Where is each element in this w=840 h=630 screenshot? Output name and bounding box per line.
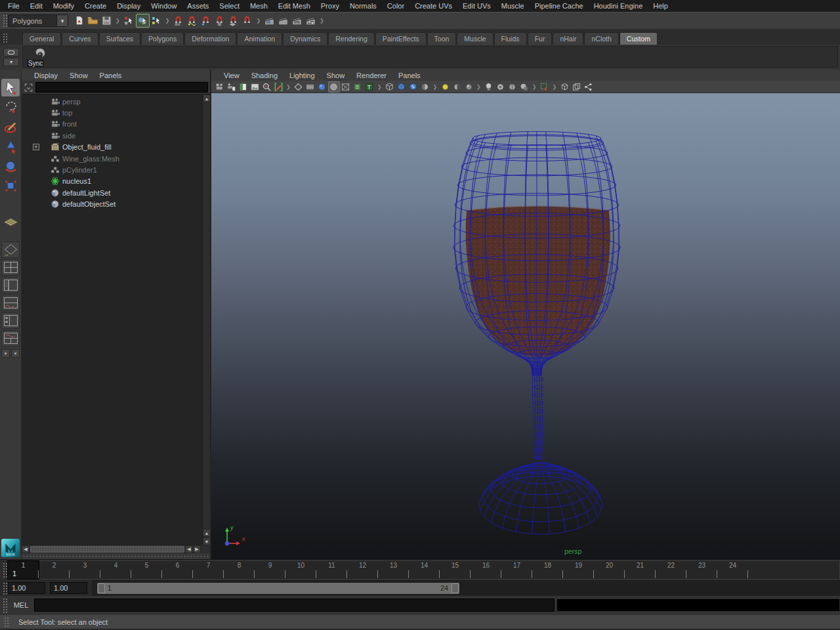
outliner-menu-panels[interactable]: Panels [94, 72, 128, 79]
timeline-frame-17[interactable]: 17 [501, 561, 532, 579]
menu-mesh[interactable]: Mesh [245, 0, 273, 12]
menu-edit[interactable]: Edit [25, 0, 48, 12]
ipr-render-icon[interactable]: IPR [290, 14, 304, 28]
shelf-tab-deformation[interactable]: Deformation [184, 32, 236, 45]
menu-assets[interactable]: Assets [182, 0, 214, 12]
scroll-left-icon[interactable]: ◀ [185, 545, 193, 553]
scene-cube-icon[interactable] [558, 81, 570, 93]
timeline-frame-3[interactable]: 3 [70, 561, 100, 579]
range-end-handle[interactable] [452, 583, 459, 593]
chevron-down-icon[interactable]: ▾ [56, 15, 68, 26]
layout-single-pane-button[interactable] [1, 242, 20, 258]
playback-start-field[interactable] [50, 582, 87, 594]
timeline-frame-2[interactable]: 2 [39, 561, 70, 579]
camera-attributes-icon[interactable] [225, 81, 237, 93]
group-collapse-icon[interactable]: ❯ [474, 84, 483, 90]
fill-mask-icon[interactable] [328, 81, 340, 93]
menu-normals[interactable]: Normals [345, 0, 382, 12]
group-collapse-icon[interactable]: ❯ [375, 84, 384, 90]
render-settings-icon[interactable] [304, 14, 318, 28]
shelf-tab-fluids[interactable]: Fluids [494, 32, 527, 45]
use-default-material-icon[interactable] [419, 81, 430, 93]
group-collapse-icon[interactable]: ❯ [430, 84, 439, 90]
timeline-frame-21[interactable]: 21 [625, 561, 656, 579]
mel-label[interactable]: MEL [8, 601, 34, 609]
paint-select-tool-button[interactable] [1, 118, 20, 136]
panel-resize-handle[interactable] [22, 553, 210, 559]
shelf-tab-painteffects[interactable]: PaintEffects [375, 32, 427, 45]
select-hierarchy-icon[interactable] [122, 14, 136, 28]
menu-window[interactable]: Window [146, 0, 182, 12]
viewport-menu-lighting[interactable]: Lighting [284, 72, 321, 79]
snap-curve-icon[interactable] [185, 14, 199, 28]
aa-sample-icon[interactable] [518, 81, 530, 93]
filter-icon[interactable] [24, 83, 33, 93]
timeline-frame-19[interactable]: 19 [563, 561, 594, 579]
menu-edit-mesh[interactable]: Edit Mesh [273, 0, 316, 12]
animation-start-field[interactable] [8, 582, 45, 594]
drag-handle[interactable] [2, 14, 7, 28]
timeline-frame-10[interactable]: 10 [285, 561, 316, 579]
shelf-tab-general[interactable]: General [22, 32, 61, 45]
snap-point-icon[interactable] [199, 14, 213, 28]
grease-pencil-icon[interactable] [272, 81, 284, 93]
timeline-frame-18[interactable]: 18 [532, 561, 563, 579]
outliner-item-side[interactable]: side [22, 130, 201, 141]
scrollbar-thumb[interactable] [30, 546, 184, 553]
menu-edit-uvs[interactable]: Edit UVs [457, 0, 496, 12]
shelf-tab-ncloth[interactable]: nCloth [584, 32, 618, 45]
outliner-item-defaultobjectset[interactable]: defaultObjectSet [22, 199, 201, 210]
last-tool-slot[interactable] [1, 213, 20, 230]
menu-create[interactable]: Create [79, 0, 112, 12]
xray-icon[interactable] [483, 81, 495, 93]
viewport-menu-panels[interactable]: Panels [392, 72, 427, 79]
textured-icon[interactable] [407, 81, 419, 93]
timeline-frame-9[interactable]: 9 [255, 561, 285, 579]
xray-joints-icon[interactable] [495, 81, 507, 93]
layout-menu-icon[interactable]: ▾ [1, 349, 10, 358]
outliner-item-top[interactable]: top [22, 107, 201, 118]
scroll-left-icon[interactable]: ◀ [22, 545, 30, 553]
move-tool-button[interactable] [1, 138, 20, 156]
group-collapse-icon[interactable]: ❯ [530, 84, 539, 90]
safe-action-icon[interactable] [340, 81, 352, 93]
ao-icon[interactable] [463, 81, 474, 93]
range-start-handle[interactable] [98, 583, 105, 593]
timeline-frame-24[interactable]: 24 [717, 561, 748, 579]
menu-select[interactable]: Select [214, 0, 245, 12]
scroll-up-icon[interactable]: ▲ [203, 94, 210, 102]
frame-text-icon[interactable]: T [364, 81, 375, 93]
timeline-frame-14[interactable]: 14 [409, 561, 440, 579]
shelf-tab-muscle[interactable]: Muscle [457, 32, 493, 45]
layout-persp-graph-button[interactable] [1, 295, 20, 311]
outliner-item-nucleus1[interactable]: nucleus1 [22, 176, 201, 187]
film-gate-icon[interactable] [293, 81, 304, 93]
select-object-icon[interactable] [136, 14, 150, 28]
outliner-search-input[interactable] [35, 82, 208, 93]
shelf-menu-button[interactable]: ▾ [3, 58, 19, 66]
scale-tool-button[interactable] [1, 177, 20, 195]
smooth-shade-icon[interactable] [395, 81, 407, 93]
time-slider[interactable]: 1123456789101112131415161718192021222324 [0, 559, 840, 580]
menu-create-uvs[interactable]: Create UVs [410, 0, 457, 12]
gate-mask-icon[interactable] [316, 81, 328, 93]
image-plane-icon[interactable] [249, 81, 261, 93]
timeline-frame-6[interactable]: 6 [162, 561, 193, 579]
outliner-item-object-fluid-fill[interactable]: +Object_fluid_fill [22, 142, 201, 153]
snap-live-icon[interactable] [240, 14, 254, 28]
drag-handle[interactable] [3, 616, 9, 627]
viewport-menu-view[interactable]: View [218, 72, 245, 79]
outliner-item-persp[interactable]: persp [22, 96, 201, 107]
isolate-select-icon[interactable] [539, 81, 551, 93]
drag-handle[interactable] [2, 581, 7, 595]
safe-title-icon[interactable] [352, 81, 364, 93]
menu-muscle[interactable]: Muscle [496, 0, 530, 12]
timeline-frame-15[interactable]: 15 [440, 561, 471, 579]
group-collapse-icon[interactable]: ❯ [254, 18, 262, 24]
menu-help[interactable]: Help [648, 0, 673, 12]
timeline-frame-7[interactable]: 7 [193, 561, 224, 579]
drag-handle[interactable] [2, 562, 7, 578]
shelf-tab-toon[interactable]: Toon [427, 32, 457, 45]
wine-glass-wireframe[interactable] [211, 93, 840, 559]
layout-multi-pane-button[interactable] [1, 330, 20, 346]
